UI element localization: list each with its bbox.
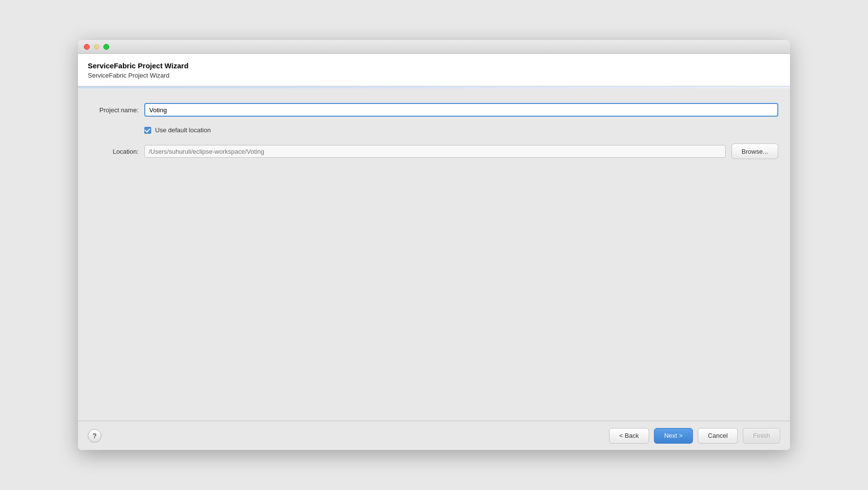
help-button[interactable]: ? xyxy=(88,429,101,443)
wizard-title: ServiceFabric Project Wizard xyxy=(88,61,780,70)
traffic-lights xyxy=(84,44,109,50)
wizard-footer: ? < Back Next > Cancel Finish xyxy=(78,421,790,450)
wizard-header: ServiceFabric Project Wizard ServiceFabr… xyxy=(78,54,790,86)
default-location-row: Use default location xyxy=(90,126,778,134)
location-label: Location: xyxy=(90,148,138,155)
wizard-window: ServiceFabric Project Wizard ServiceFabr… xyxy=(78,40,790,450)
project-name-label: Project name: xyxy=(90,106,138,114)
location-input[interactable] xyxy=(144,145,726,158)
use-default-location-checkbox[interactable] xyxy=(144,127,151,134)
footer-buttons: < Back Next > Cancel Finish xyxy=(609,428,780,444)
use-default-location-label: Use default location xyxy=(155,126,211,134)
title-bar xyxy=(78,40,790,54)
wizard-subtitle: ServiceFabric Project Wizard xyxy=(88,72,780,79)
minimize-button[interactable] xyxy=(94,44,99,50)
finish-button[interactable]: Finish xyxy=(743,428,780,444)
project-name-row: Project name: xyxy=(90,103,778,117)
cancel-button[interactable]: Cancel xyxy=(698,428,738,444)
project-name-input[interactable] xyxy=(144,103,778,117)
close-button[interactable] xyxy=(84,44,90,50)
back-button[interactable]: < Back xyxy=(609,428,649,444)
maximize-button[interactable] xyxy=(103,44,109,50)
footer-left: ? xyxy=(88,429,101,443)
checkbox-wrapper: Use default location xyxy=(144,126,211,134)
location-row: Location: Browse... xyxy=(90,143,778,159)
wizard-content: Project name: Use default location Locat… xyxy=(78,88,790,421)
next-button[interactable]: Next > xyxy=(654,428,693,444)
browse-button[interactable]: Browse... xyxy=(731,143,778,159)
